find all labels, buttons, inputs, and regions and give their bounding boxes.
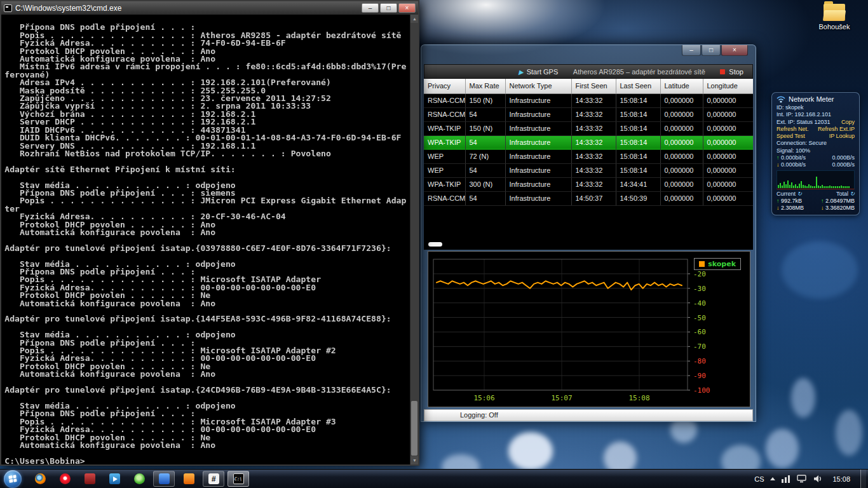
- column-header-longitude[interactable]: Longitude: [703, 79, 753, 93]
- start-gps-button[interactable]: Start GPS: [513, 65, 563, 78]
- column-header-max-rate[interactable]: Max Rate: [465, 79, 505, 93]
- table-row[interactable]: WPA-TKIP54Infrastructure14:33:3215:08:14…: [424, 135, 753, 149]
- taskbar-icon-green-app[interactable]: [128, 471, 150, 487]
- show-desktop-button[interactable]: [860, 470, 866, 488]
- column-header-network-type[interactable]: Network Type: [505, 79, 571, 93]
- ip-lookup-link[interactable]: IP Lookup: [829, 133, 855, 140]
- table-cell: 0,000000: [703, 107, 753, 121]
- table-cell: 0,000000: [660, 177, 703, 191]
- cmd-icon: [4, 4, 12, 12]
- table-row[interactable]: RSNA-CCMP54Infrastructure14:50:3714:50:3…: [424, 191, 753, 205]
- table-cell: 15:08:14: [616, 93, 660, 107]
- column-header-latitude[interactable]: Latitude: [660, 79, 703, 93]
- copy-link[interactable]: Copy: [841, 119, 855, 126]
- gadget-header: Network Meter: [776, 95, 855, 103]
- table-cell: 0,000000: [660, 163, 703, 177]
- close-button[interactable]: [721, 45, 748, 56]
- table-cell: 14:33:32: [571, 93, 616, 107]
- upload-rate: 0.000bit/s: [781, 154, 806, 161]
- download-rate: 0.000bit/s: [781, 161, 806, 168]
- minimize-button[interactable]: [362, 3, 379, 13]
- scrollbar-thumb[interactable]: [411, 401, 417, 456]
- taskbar-icon-media-player[interactable]: [104, 471, 125, 487]
- table-cell: RSNA-CCMP: [424, 107, 465, 121]
- minimize-button[interactable]: [682, 45, 701, 56]
- refresh-icon[interactable]: [797, 191, 803, 197]
- scanner-titlebar[interactable]: [421, 45, 756, 64]
- table-cell: 15:08:14: [616, 135, 660, 149]
- start-button[interactable]: [4, 470, 22, 488]
- svg-text:-20: -20: [693, 270, 706, 278]
- table-row[interactable]: WPA-TKIP300 (N)Infrastructure14:33:3214:…: [424, 177, 753, 191]
- maximize-button[interactable]: [702, 45, 721, 56]
- horizontal-scrollbar-thumb[interactable]: [428, 242, 442, 247]
- table-cell: 14:33:32: [571, 121, 616, 135]
- taskbar-icon-firefox[interactable]: [29, 471, 51, 487]
- svg-text:-50: -50: [693, 314, 706, 322]
- wifi-scanner-window: Start GPS Atheros AR9285 – adaptér bezdr…: [421, 44, 756, 422]
- adapter-selector[interactable]: Atheros AR9285 – adaptér bezdrátové sítě: [563, 68, 715, 76]
- table-row[interactable]: WEP72 (N)Infrastructure14:33:3215:08:140…: [424, 149, 753, 163]
- table-row[interactable]: WEP54Infrastructure14:33:3215:08:140,000…: [424, 163, 753, 177]
- desktop-folder-label: Bohoušek: [812, 23, 857, 30]
- column-header-privacy[interactable]: Privacy: [424, 79, 465, 93]
- cmd-titlebar[interactable]: C:\Windows\system32\cmd.exe: [1, 1, 418, 15]
- green-app-icon: [134, 473, 145, 484]
- cmd-scrollbar[interactable]: [410, 15, 418, 464]
- wifi-icon: [776, 95, 785, 103]
- gadget-signal: Signal: 100%: [776, 147, 810, 154]
- table-row[interactable]: RSNA-CCMP54Infrastructure14:33:3215:08:1…: [424, 107, 753, 121]
- clock[interactable]: 15:08: [829, 475, 854, 483]
- taskbar-icon-orange-app[interactable]: [178, 471, 200, 487]
- table-row[interactable]: WPA-TKIP150 (N)Infrastructure14:33:3215:…: [424, 121, 753, 135]
- download-arrow-icon: [776, 161, 780, 168]
- table-cell: 54: [465, 191, 505, 205]
- taskbar-icon-hash-app[interactable]: #: [203, 471, 224, 487]
- maximize-button[interactable]: [380, 3, 397, 13]
- taskbar-icon-red-app[interactable]: [79, 471, 100, 487]
- column-header-first-seen[interactable]: First Seen: [571, 79, 616, 93]
- language-indicator[interactable]: CS: [754, 475, 764, 483]
- table-row[interactable]: RSNA-CCMP150 (N)Infrastructure14:33:3215…: [424, 93, 753, 107]
- table-cell: Infrastructure: [505, 93, 571, 107]
- series-color-swatch: [699, 261, 705, 267]
- table-cell: 0,000000: [703, 121, 753, 135]
- table-cell: 54: [465, 163, 505, 177]
- desktop-folder-bohousek[interactable]: Bohoušek: [812, 4, 857, 30]
- speed-test-link[interactable]: Speed Test: [776, 133, 805, 140]
- gadget-title: Network Meter: [789, 95, 834, 103]
- table-cell: 0,000000: [660, 149, 703, 163]
- scroll-up-icon[interactable]: [410, 15, 418, 23]
- refresh-ext-ip-link[interactable]: Refresh Ext.IP: [818, 126, 855, 133]
- console-output: Přípona DNS podle připojení . . . : Popi…: [1, 15, 418, 464]
- close-button[interactable]: [398, 3, 416, 13]
- total-upload: 2.08497MB: [825, 198, 855, 204]
- table-cell: 14:33:32: [571, 135, 616, 149]
- taskbar-icon-blue-app[interactable]: [153, 471, 175, 487]
- svg-text:-60: -60: [693, 328, 706, 336]
- network-icon[interactable]: [797, 475, 807, 483]
- taskbar-icon-command-prompt[interactable]: C:\: [227, 471, 249, 487]
- orange-app-icon: [184, 473, 194, 484]
- scanner-table-header-row: PrivacyMax RateNetwork TypeFirst SeenLas…: [424, 79, 753, 93]
- table-cell: WPA-TKIP: [424, 177, 465, 191]
- svg-text:-70: -70: [693, 342, 706, 351]
- table-cell: 54: [465, 135, 505, 149]
- stop-button[interactable]: Stop: [715, 65, 752, 78]
- refresh-icon[interactable]: [850, 191, 855, 197]
- windows-logo-icon: [8, 475, 17, 483]
- table-cell: WEP: [424, 163, 465, 177]
- column-header-last-seen[interactable]: Last Seen: [616, 79, 660, 93]
- current-label: Current: [776, 191, 796, 197]
- network-meter-gadget: Network Meter ID: skopek Int. IP: 192.16…: [771, 92, 860, 215]
- volume-icon[interactable]: [813, 475, 822, 483]
- activity-icon[interactable]: [782, 475, 790, 483]
- table-cell: 0,000000: [660, 93, 703, 107]
- taskbar-icon-opera[interactable]: [54, 471, 76, 487]
- current-upload: 992.7kB: [781, 198, 802, 204]
- scroll-down-icon[interactable]: [410, 456, 418, 464]
- total-download: 3.36820MB: [825, 205, 855, 211]
- hidden-icons-button[interactable]: [770, 477, 775, 480]
- signal-graph-svg: 15:0615:0715:08-20-30-40-50-60-70-80-90-…: [428, 252, 745, 407]
- refresh-net-link[interactable]: Refresh Net.: [776, 126, 809, 133]
